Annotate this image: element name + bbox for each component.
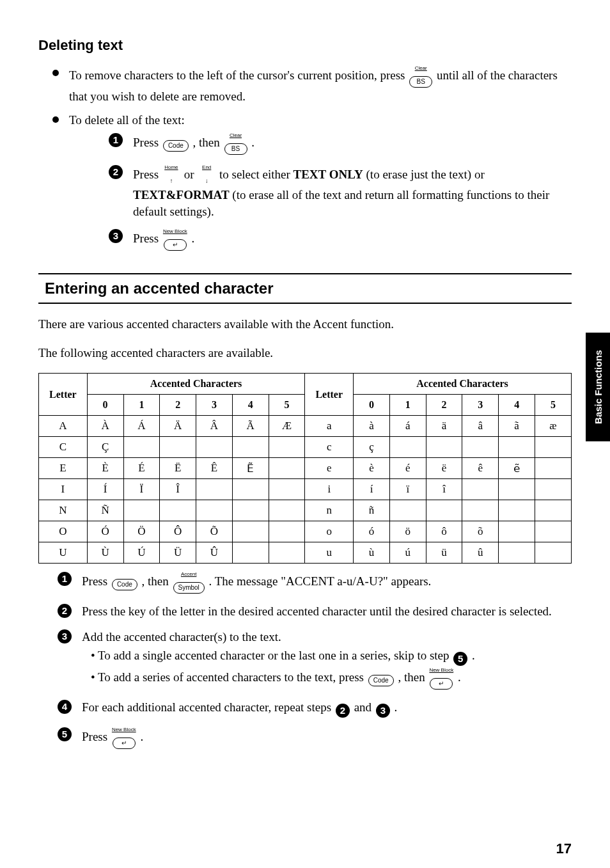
text: Press [82, 575, 111, 588]
table-cell [535, 521, 572, 542]
table-cell: è [354, 458, 390, 479]
table-cell [160, 437, 196, 458]
table-cell [535, 479, 572, 500]
table-cell: A [39, 416, 88, 437]
table-row: EÈÉËÊẼeèéëêẽ [39, 458, 572, 479]
table-cell [426, 437, 462, 458]
text: To add a series of accented characters t… [98, 671, 367, 684]
text: Press [82, 730, 111, 743]
table-cell [196, 500, 233, 521]
th-accented-upper: Accented Characters [87, 374, 305, 395]
table-cell: Ù [87, 542, 123, 564]
th-col: 4 [499, 395, 535, 416]
sub-bullet-single: • To add a single accented character or … [91, 647, 572, 666]
table-cell: U [39, 542, 88, 564]
table-cell: û [462, 542, 499, 564]
table-cell: N [39, 500, 88, 521]
table-cell [535, 437, 572, 458]
table-cell: c [305, 437, 354, 458]
table-cell: Ï [123, 479, 160, 500]
table-cell [462, 500, 499, 521]
table-cell: a [305, 416, 354, 437]
table-cell [535, 458, 572, 479]
table-cell: O [39, 521, 88, 542]
th-col: 3 [462, 395, 499, 416]
heading-accented-char: Entering an accented character [38, 273, 572, 304]
table-row: NÑnñ [39, 500, 572, 521]
accent-step-2: 2 Press the key of the letter in the des… [58, 603, 572, 620]
table-cell: o [305, 521, 354, 542]
table-cell [269, 437, 305, 458]
table-cell: Ü [160, 542, 196, 564]
symbol-key-icon: Accent Symbol [173, 571, 205, 594]
heading-deleting-text: Deleting text [38, 37, 572, 54]
table-cell: Ô [160, 521, 196, 542]
step-badge-3: 3 [58, 629, 72, 643]
table-cell [232, 521, 269, 542]
table-row: OÓÖÔÕoóöôõ [39, 521, 572, 542]
table-cell: È [87, 458, 123, 479]
step-2: 2 Press Home ↑ or End ↓ to select either… [109, 164, 572, 220]
table-cell: î [426, 479, 462, 500]
th-col: 3 [196, 395, 233, 416]
text: and [354, 700, 375, 714]
step-badge-3: 3 [109, 229, 123, 243]
step-badge-2: 2 [109, 165, 123, 179]
enter-key-icon: New Block ↵ [112, 727, 136, 750]
side-tab-label: Basic Functions [593, 350, 604, 424]
th-col: 2 [426, 395, 462, 416]
table-cell: Ê [196, 458, 233, 479]
text: . The message "ACCENT a-u/A-U?" appears. [209, 575, 432, 588]
up-key-icon: Home ↑ [163, 164, 180, 187]
text: Press [133, 232, 162, 246]
accent-step-3: 3 Add the accented character(s) to the t… [58, 629, 572, 690]
enter-key-icon: New Block ↵ [163, 228, 187, 251]
table-cell [499, 542, 535, 564]
down-key-icon: End ↓ [198, 164, 215, 187]
table-cell: ñ [354, 500, 390, 521]
table-cell: ö [389, 521, 426, 542]
table-cell: Ç [87, 437, 123, 458]
table-cell [269, 521, 305, 542]
th-col: 1 [123, 395, 160, 416]
table-cell: E [39, 458, 88, 479]
enter-key-icon: New Block ↵ [429, 667, 453, 690]
text-only-label: TEXT ONLY [293, 168, 363, 181]
text: . [472, 649, 475, 662]
table-cell [232, 437, 269, 458]
th-letter: Letter [305, 374, 354, 416]
table-cell: Ú [123, 542, 160, 564]
table-cell [232, 479, 269, 500]
table-cell: ä [426, 416, 462, 437]
th-col: 0 [87, 395, 123, 416]
table-cell [499, 521, 535, 542]
table-cell [269, 479, 305, 500]
page-number: 17 [556, 840, 572, 857]
text: Press the key of the letter in the desir… [82, 604, 552, 618]
text: Press [133, 136, 162, 149]
bs-key-icon: Clear BS [224, 132, 247, 155]
accent-step-4: 4 For each additional accented character… [58, 699, 572, 718]
text: To remove characters to the left of the … [69, 68, 408, 82]
th-col: 1 [389, 395, 426, 416]
table-cell [123, 500, 160, 521]
text: For each additional accented character, … [82, 700, 334, 714]
accent-step-1: 1 Press Code , then Accent Symbol . The … [58, 571, 572, 594]
th-col: 4 [232, 395, 269, 416]
step-1: 1 Press Code , then Clear BS . [109, 132, 572, 155]
table-cell [269, 458, 305, 479]
text: . [191, 232, 194, 246]
table-cell: à [354, 416, 390, 437]
table-cell: Û [196, 542, 233, 564]
step-badge-4: 4 [58, 700, 72, 714]
table-cell: Ë [160, 458, 196, 479]
table-cell: ó [354, 521, 390, 542]
table-cell: â [462, 416, 499, 437]
accent-step-5: 5 Press New Block ↵ . [58, 727, 572, 750]
table-cell: æ [535, 416, 572, 437]
table-cell: Î [160, 479, 196, 500]
code-key-icon: Code [163, 136, 189, 152]
table-cell: Æ [269, 416, 305, 437]
code-key-icon: Code [368, 670, 394, 687]
sub-bullet-series: • To add a series of accented characters… [91, 667, 572, 690]
